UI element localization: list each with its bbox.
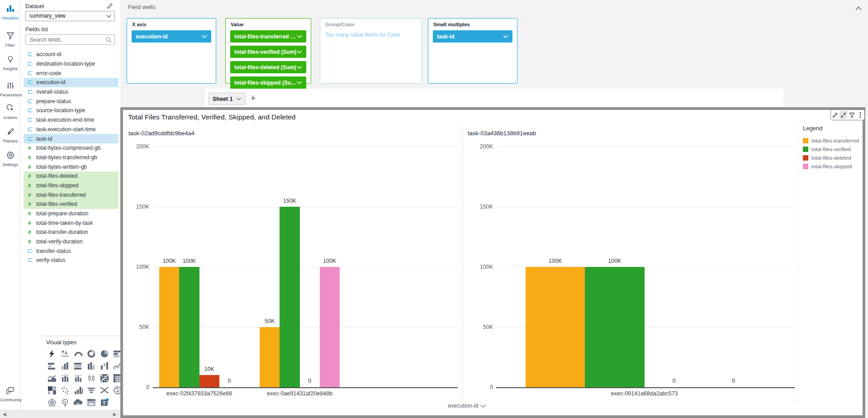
parameters-icon: [6, 83, 14, 91]
field-pill[interactable]: task-id: [433, 30, 512, 43]
bar-total-files-verified[interactable]: [585, 267, 644, 387]
field-item-total-bytes-compressed-gb[interactable]: #total-bytes-compressed-gb: [24, 143, 119, 153]
field-item-prepare-status[interactable]: prepare-status: [24, 96, 119, 106]
dataset-dropdown-value: summary_view: [29, 13, 66, 19]
visual-type-bar-horizontal-stacked-icon[interactable]: [45, 360, 58, 372]
visual-type-donut-icon[interactable]: [85, 347, 98, 360]
chevron-down-icon: [480, 404, 486, 408]
visual-type-pie-icon[interactable]: [98, 347, 111, 360]
dataset-dropdown[interactable]: summary_view: [25, 11, 115, 21]
collapse-visual-icon[interactable]: [840, 111, 847, 119]
nav-item-parameters[interactable]: Parameters: [0, 81, 20, 97]
field-pill[interactable]: total-files-verified (Sum): [230, 46, 306, 58]
nav-item-themes[interactable]: Themes: [0, 128, 20, 143]
nav-item-settings[interactable]: Settings: [0, 151, 20, 167]
field-item-total-files-deleted[interactable]: #total-files-deleted: [24, 171, 119, 181]
field-item-verify-status[interactable]: verify-status: [24, 256, 119, 265]
field-name: total-files-transferred: [36, 192, 86, 198]
field-item-account-id[interactable]: account-id: [24, 50, 119, 59]
field-name: total-bytes-transferred-gb: [36, 154, 97, 161]
field-item-total-bytes-transferred-gb[interactable]: #total-bytes-transferred-gb: [24, 153, 119, 162]
sheet-tab[interactable]: Sheet 1: [209, 93, 246, 105]
field-item-total-bytes-written-gb[interactable]: #total-bytes-written-gb: [24, 162, 119, 171]
field-pill[interactable]: total-files-deleted (Sum): [230, 61, 306, 73]
bar-total-files-verified[interactable]: [280, 207, 299, 387]
edit-dataset-pencil-icon[interactable]: [107, 3, 113, 11]
visual-type-treemap-icon[interactable]: [45, 384, 58, 396]
measure-icon: #: [28, 211, 36, 216]
legend-title: Legend: [803, 125, 862, 132]
visual-type-combo-stacked-icon[interactable]: [71, 372, 85, 384]
bar-total-files-transferred[interactable]: [260, 327, 280, 387]
add-sheet-button[interactable]: +: [250, 92, 256, 104]
visual-type-kpi-icon[interactable]: [58, 347, 71, 360]
nav-item-actions[interactable]: Actions: [0, 104, 20, 120]
nav-item-community[interactable]: Community: [0, 387, 20, 402]
legend-item-total-files-verified[interactable]: total-files-verified: [803, 147, 862, 152]
field-name: total-files-deleted: [36, 173, 77, 179]
visual-type-area-stacked-icon[interactable]: [45, 372, 58, 384]
field-item-total-files-transferred[interactable]: #total-files-transferred: [24, 190, 119, 200]
visual-container[interactable]: [120, 107, 865, 418]
field-item-total-transfer-duration[interactable]: #total-transfer-duration: [24, 228, 119, 237]
visual-type-combo-bar-line-icon[interactable]: [58, 372, 71, 384]
x-axis-field-label[interactable]: execution-id: [448, 403, 486, 409]
visual-type-bar-vertical-stacked-icon[interactable]: [85, 360, 98, 372]
nav-label: Filter: [0, 43, 20, 48]
visual-type-waterfall-icon[interactable]: [98, 360, 111, 372]
field-pill[interactable]: total-files-transferred (Sum): [230, 30, 306, 43]
bar-total-files-skipped[interactable]: [320, 267, 340, 387]
field-item-transfer-status[interactable]: transfer-status: [24, 246, 119, 256]
visual-type-text-box-icon[interactable]: T: [98, 396, 111, 408]
collapse-left-arrow-icon[interactable]: ◀: [3, 412, 6, 417]
field-name: execution-id: [36, 79, 66, 86]
field-item-task-execution-start-time[interactable]: task-execution-start-time: [24, 125, 119, 134]
legend-item-total-files-deleted[interactable]: total-files-deleted: [803, 155, 862, 161]
visual-type-sankey-icon[interactable]: [98, 384, 111, 396]
visual-type-bar-horizontal-100-icon[interactable]: [71, 360, 85, 372]
visual-type-custom-visual-icon[interactable]: [85, 396, 98, 408]
collapse-right-arrow-icon[interactable]: ▶: [113, 412, 117, 417]
visual-type-radar-icon[interactable]: [45, 396, 58, 408]
field-item-task-execution-end-time[interactable]: task-execution-end-time: [24, 115, 119, 125]
field-name: overall-status: [36, 89, 68, 95]
legend-item-total-files-skipped[interactable]: total-files-skipped: [803, 164, 862, 169]
nav-label: Visualize: [0, 15, 20, 20]
visual-type-scatter-icon[interactable]: [58, 384, 71, 396]
field-pill[interactable]: execution-id: [132, 30, 211, 43]
filter-funnel-icon[interactable]: [848, 111, 856, 119]
visual-type-gauge-icon[interactable]: [71, 347, 85, 360]
field-item-total-prepare-duration[interactable]: #total-prepare-duration: [24, 209, 119, 218]
collapse-field-wells-chevron-up-icon[interactable]: [855, 5, 862, 13]
field-name: task-execution-start-time: [36, 126, 95, 133]
field-item-execution-id[interactable]: execution-id: [24, 78, 119, 87]
field-item-source-location-type[interactable]: source-location-type: [24, 106, 119, 115]
edit-pencil-icon[interactable]: [831, 111, 839, 119]
visual-type-heatmap-icon[interactable]: [98, 372, 111, 384]
bar-total-files-transferred[interactable]: [526, 267, 585, 387]
chevron-down-icon: [106, 14, 111, 18]
visual-type-funnel-icon[interactable]: [85, 384, 98, 396]
field-item-destination-location-type[interactable]: destination-location-type: [24, 59, 119, 69]
legend-item-total-files-transferred[interactable]: total-files-transferred: [803, 138, 862, 143]
nav-item-insights[interactable]: Insights: [0, 55, 20, 71]
visual-type-insight-bulb-icon[interactable]: [58, 396, 71, 408]
field-item-task-id[interactable]: task-id: [24, 134, 119, 143]
field-item-error-code[interactable]: error-code: [24, 68, 119, 78]
field-item-total-files-verified[interactable]: #total-files-verified: [24, 200, 119, 209]
field-pill-label: total-files-deleted (Sum): [234, 64, 297, 71]
visual-type-box-plot-icon[interactable]: [85, 372, 98, 384]
visual-type-histogram-icon[interactable]: [71, 384, 85, 396]
visual-type-bar-vertical-grouped-icon[interactable]: [58, 360, 71, 372]
field-item-total-time-taken-by-task[interactable]: #total-time-taken-by-task: [24, 218, 119, 228]
field-item-total-files-skipped[interactable]: #total-files-skipped: [24, 181, 119, 190]
field-item-total-verify-duration[interactable]: #total-verify-duration: [24, 237, 119, 247]
field-item-overall-status[interactable]: overall-status: [24, 87, 119, 97]
menu-kebab-icon[interactable]: [856, 111, 864, 119]
bar-total-files-transferred[interactable]: [159, 267, 179, 387]
field-pill[interactable]: total-files-skipped (Sum): [230, 76, 306, 89]
nav-item-filter[interactable]: Filter: [0, 32, 20, 48]
search-fields-input[interactable]: [26, 35, 104, 44]
visual-type-insight-icon[interactable]: [45, 347, 58, 360]
visual-type-word-cloud-icon[interactable]: abc: [71, 396, 85, 408]
